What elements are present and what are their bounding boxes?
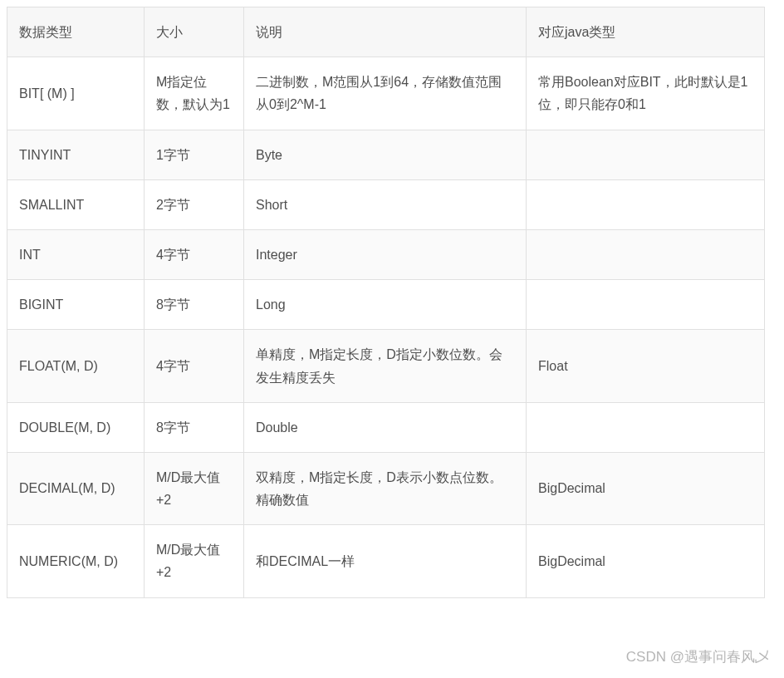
cell-size: M/D最大值+2 <box>145 452 244 524</box>
cell-desc: 和DECIMAL一样 <box>244 525 527 597</box>
cell-java: 常用Boolean对应BIT，此时默认是1位，即只能存0和1 <box>527 57 765 130</box>
cell-size: M指定位数，默认为1 <box>145 57 244 130</box>
cell-java <box>527 229 765 279</box>
cell-desc: 二进制数，M范围从1到64，存储数值范围从0到2^M-1 <box>244 57 527 130</box>
cell-type: DOUBLE(M, D) <box>7 402 145 452</box>
cell-java <box>527 130 765 179</box>
header-desc: 说明 <box>244 7 527 57</box>
cell-size: 8字节 <box>145 402 244 452</box>
cell-type: BIGINT <box>7 280 145 330</box>
cell-desc: Short <box>244 179 527 229</box>
cell-type: TINYINT <box>7 130 145 179</box>
cell-size: 2字节 <box>145 179 244 229</box>
cell-type: DECIMAL(M, D) <box>7 452 145 524</box>
cell-desc: Integer <box>244 229 527 279</box>
cell-type: INT <box>7 229 145 279</box>
table-row: DECIMAL(M, D) M/D最大值+2 双精度，M指定长度，D表示小数点位… <box>7 452 765 524</box>
cell-type: NUMERIC(M, D) <box>7 525 145 597</box>
cell-type: BIT[ (M) ] <box>7 57 145 130</box>
table-row: SMALLINT 2字节 Short <box>7 179 765 229</box>
table-row: BIT[ (M) ] M指定位数，默认为1 二进制数，M范围从1到64，存储数值… <box>7 57 765 130</box>
cell-size: M/D最大值+2 <box>145 525 244 597</box>
cell-desc: 单精度，M指定长度，D指定小数位数。会发生精度丢失 <box>244 330 527 402</box>
table-row: NUMERIC(M, D) M/D最大值+2 和DECIMAL一样 BigDec… <box>7 525 765 597</box>
header-type: 数据类型 <box>7 7 145 57</box>
cell-desc: Double <box>244 402 527 452</box>
table-header-row: 数据类型 大小 说明 对应java类型 <box>7 7 765 57</box>
cell-java: BigDecimal <box>527 525 765 597</box>
cell-desc: Byte <box>244 130 527 179</box>
cell-java: Float <box>527 330 765 402</box>
cell-java <box>527 179 765 229</box>
header-java: 对应java类型 <box>527 7 765 57</box>
cell-java <box>527 402 765 452</box>
cell-java: BigDecimal <box>527 452 765 524</box>
table-row: FLOAT(M, D) 4字节 单精度，M指定长度，D指定小数位数。会发生精度丢… <box>7 330 765 402</box>
cell-size: 4字节 <box>145 330 244 402</box>
data-types-table: 数据类型 大小 说明 对应java类型 BIT[ (M) ] M指定位数，默认为… <box>7 7 765 598</box>
cell-size: 8字节 <box>145 280 244 330</box>
cell-type: FLOAT(M, D) <box>7 330 145 402</box>
cell-java <box>527 280 765 330</box>
header-size: 大小 <box>145 7 244 57</box>
table-row: INT 4字节 Integer <box>7 229 765 279</box>
cell-size: 1字节 <box>145 130 244 179</box>
table-row: DOUBLE(M, D) 8字节 Double <box>7 402 765 452</box>
cell-size: 4字节 <box>145 229 244 279</box>
table-body: BIT[ (M) ] M指定位数，默认为1 二进制数，M范围从1到64，存储数值… <box>7 57 765 597</box>
cell-desc: 双精度，M指定长度，D表示小数点位数。精确数值 <box>244 452 527 524</box>
cell-type: SMALLINT <box>7 179 145 229</box>
table-row: TINYINT 1字节 Byte <box>7 130 765 179</box>
table-row: BIGINT 8字节 Long <box>7 280 765 330</box>
cell-desc: Long <box>244 280 527 330</box>
